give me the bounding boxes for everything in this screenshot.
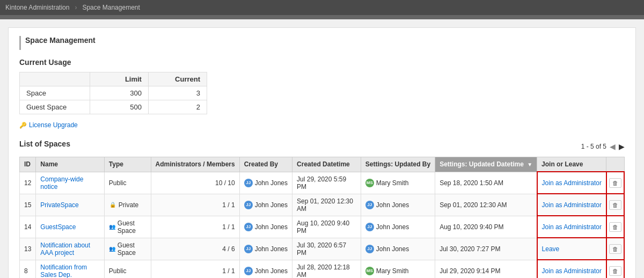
usage-col-limit: Limit [90, 72, 148, 86]
cell-updated-datetime: Jul 30, 2020 7:27 PM [435, 238, 537, 260]
avatar: JJ [365, 223, 374, 231]
created-by-name: John Jones [255, 179, 288, 187]
table-row: 15 PrivateSpace 🔒 Private 1 / 1 JJ John … [20, 194, 625, 216]
cell-join-leave: Leave [537, 238, 606, 260]
cell-created-datetime: Jul 28, 2020 12:18 AM [292, 260, 361, 278]
cell-created-datetime: Jul 29, 2020 5:59 PM [292, 172, 361, 194]
trash-icon [612, 246, 618, 252]
cell-id: 13 [20, 238, 36, 260]
join-link[interactable]: Join as Administrator [542, 201, 602, 209]
cell-updated-datetime: Jul 29, 2020 9:14 PM [435, 260, 537, 278]
cell-updated-datetime: Aug 10, 2020 9:40 PM [435, 216, 537, 238]
col-created-by: Created By [239, 157, 292, 172]
cell-created-datetime: Sep 01, 2020 12:30 AM [292, 194, 361, 216]
next-arrow[interactable]: ▶ [619, 142, 625, 151]
created-by-name: John Jones [255, 245, 288, 253]
cell-created-by: JJ John Jones [239, 260, 292, 278]
usage-header-row: Limit Current [20, 72, 207, 86]
table-row: 8 Notification from Sales Dep. Public 1 … [20, 260, 625, 278]
col-join-leave: Join or Leave [537, 157, 606, 172]
avatar: JJ [244, 245, 253, 253]
cell-members: 1 / 1 [151, 260, 239, 278]
cell-members: 4 / 6 [151, 238, 239, 260]
delete-button[interactable] [609, 200, 621, 210]
prev-arrow[interactable]: ◀ [610, 142, 616, 151]
guest-icon: 👥 [109, 245, 115, 253]
avatar: JJ [244, 223, 253, 231]
cell-members: 10 / 10 [151, 172, 239, 194]
cell-delete [606, 172, 624, 194]
space-name-link[interactable]: PrivateSpace [40, 201, 78, 209]
col-members: Administrators / Members [151, 157, 239, 172]
spaces-section-title: List of Spaces [19, 140, 70, 148]
spaces-header-row: List of Spaces 1 - 5 of 5 ◀ ▶ [19, 140, 625, 153]
cell-created-by: JJ John Jones [239, 194, 292, 216]
col-type: Type [104, 157, 151, 172]
join-link[interactable]: Join as Administrator [542, 179, 602, 187]
space-name-link[interactable]: Notification about AAA project [40, 242, 90, 257]
spaces-table: ID Name Type Administrators / Members Cr… [19, 157, 625, 278]
sort-arrow: ▼ [527, 162, 532, 167]
cell-type: Public [104, 172, 151, 194]
space-name-link[interactable]: GuestSpace [40, 223, 76, 231]
cell-type: 👥 Guest Space [104, 216, 151, 238]
trash-icon [612, 268, 618, 274]
usage-limit: 300 [90, 86, 148, 100]
main-panel: Space Management Current Usage Limit Cur… [8, 27, 636, 278]
cell-delete [606, 194, 624, 216]
cell-created-by: JJ John Jones [239, 172, 292, 194]
cell-type: 🔒 Private [104, 194, 151, 216]
panel-title: Space Management [19, 36, 625, 50]
table-row: 12 Company-wide notice Public 10 / 10 JJ… [20, 172, 625, 194]
avatar: JJ [244, 267, 253, 275]
gray-bar [0, 15, 644, 19]
main-content: Space Management Current Usage Limit Cur… [0, 19, 644, 278]
table-row: 14 GuestSpace 👥 Guest Space 1 / 1 JJ Joh… [20, 216, 625, 238]
updated-by-name: John Jones [376, 201, 409, 209]
trash-icon [612, 180, 618, 186]
cell-updated-by: JJ John Jones [361, 238, 435, 260]
cell-id: 12 [20, 172, 36, 194]
usage-col-label [20, 72, 90, 86]
space-name-link[interactable]: Company-wide notice [40, 175, 83, 191]
cell-created-datetime: Jul 30, 2020 6:57 PM [292, 238, 361, 260]
cell-created-datetime: Aug 10, 2020 9:40 PM [292, 216, 361, 238]
lock-icon: 🔒 [109, 201, 116, 209]
cell-delete [606, 260, 624, 278]
delete-button[interactable] [609, 178, 621, 188]
nav-space-management[interactable]: Space Management [82, 4, 140, 11]
table-row: 13 Notification about AAA project 👥 Gues… [20, 238, 625, 260]
created-by-name: John Jones [255, 223, 288, 231]
nav-kintone-admin[interactable]: Kintone Administration [5, 4, 69, 11]
cell-created-by: JJ John Jones [239, 238, 292, 260]
pagination-info: 1 - 5 of 5 ◀ ▶ [581, 142, 625, 151]
delete-button[interactable] [609, 266, 621, 276]
cell-updated-by: JJ John Jones [361, 194, 435, 216]
type-cell: 👥 Guest Space [109, 220, 147, 235]
usage-row: Space 300 3 [20, 86, 207, 100]
delete-button[interactable] [609, 222, 621, 232]
cell-members: 1 / 1 [151, 216, 239, 238]
usage-current: 3 [148, 86, 207, 100]
avatar: MS [365, 267, 374, 275]
join-link[interactable]: Join as Administrator [542, 267, 602, 275]
usage-limit: 500 [90, 100, 148, 114]
usage-table: Limit Current Space 300 3 Guest Space 50… [19, 72, 207, 114]
usage-label: Guest Space [20, 100, 90, 114]
type-label: Public [109, 267, 127, 275]
cell-name: GuestSpace [36, 216, 104, 238]
leave-link[interactable]: Leave [542, 245, 560, 253]
updated-by-name: Mary Smith [376, 179, 409, 187]
created-by-name: John Jones [255, 267, 288, 275]
guest-icon: 👥 [109, 223, 115, 231]
license-upgrade-link[interactable]: 🔑 License Upgrade [19, 121, 78, 129]
join-link[interactable]: Join as Administrator [542, 223, 602, 231]
cell-join-leave: Join as Administrator [537, 194, 606, 216]
cell-delete [606, 238, 624, 260]
avatar: JJ [244, 201, 253, 209]
space-name-link[interactable]: Notification from Sales Dep. [40, 264, 87, 279]
cell-id: 14 [20, 216, 36, 238]
key-icon: 🔑 [19, 122, 27, 129]
delete-button[interactable] [609, 244, 621, 254]
col-updated-datetime[interactable]: Settings: Updated Datetime ▼ [435, 157, 537, 172]
